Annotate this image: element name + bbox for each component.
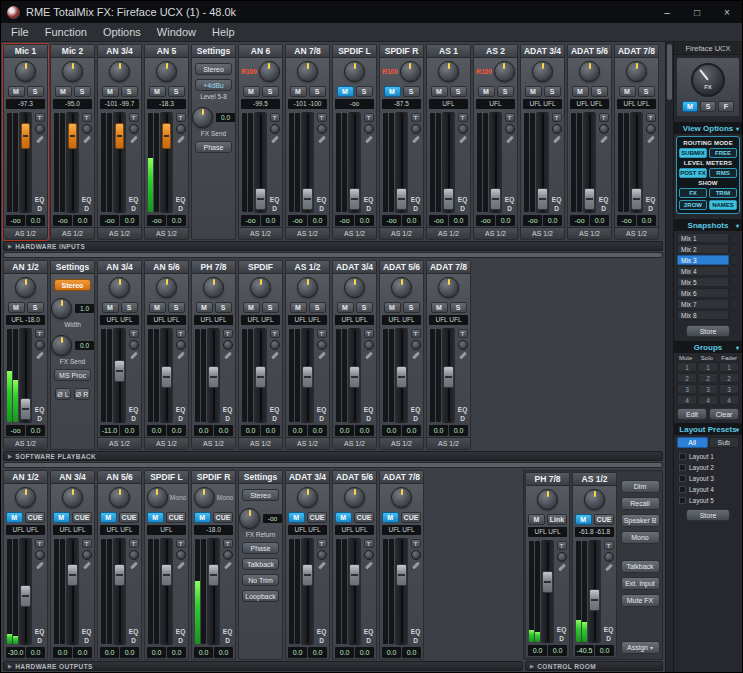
mute-fx-button[interactable]: Mute FX (621, 594, 660, 607)
fader-track[interactable] (301, 112, 314, 213)
gain-knob[interactable] (584, 489, 605, 510)
snapshots-store-button[interactable]: Store (686, 325, 730, 337)
fx-send-knob[interactable] (129, 550, 139, 560)
fader-handle[interactable] (302, 188, 313, 210)
trim-button[interactable]: T (35, 539, 45, 548)
layout-layout-3[interactable]: Layout 3 (677, 473, 739, 483)
fx-send-knob[interactable] (35, 124, 45, 134)
menu-function[interactable]: Function (37, 23, 95, 41)
fader-handle[interactable] (255, 188, 266, 210)
fader-track[interactable] (113, 112, 126, 213)
fader-handle[interactable] (490, 188, 501, 210)
group-solo-4[interactable]: 4 (698, 395, 718, 405)
group-mute-2[interactable]: 2 (677, 373, 697, 383)
s-button[interactable]: S (403, 86, 420, 97)
monitor-f-button[interactable]: F (718, 101, 734, 112)
s-button[interactable]: S (356, 86, 373, 97)
scrollbar-thumb[interactable] (4, 463, 662, 467)
s-button[interactable]: S (27, 302, 44, 313)
snapshots-header[interactable]: Snapshots▾ (674, 219, 742, 231)
fader-track[interactable] (19, 538, 32, 645)
fader-handle[interactable] (302, 366, 313, 388)
monitor-m-button[interactable]: M (682, 101, 698, 112)
trim-button[interactable]: T (317, 113, 327, 122)
m-button[interactable]: M (147, 512, 164, 523)
fader-handle[interactable] (162, 123, 171, 149)
trim-button[interactable]: T (364, 539, 374, 548)
gain-knob[interactable] (250, 277, 271, 298)
s-button[interactable]: S (497, 86, 514, 97)
m-button[interactable]: M (6, 512, 23, 523)
cue-button[interactable]: CUE (354, 512, 375, 523)
m-button[interactable]: M (290, 86, 307, 97)
s-button[interactable]: S (121, 86, 138, 97)
cue-button[interactable]: CUE (594, 514, 615, 525)
snapshot-slot-button[interactable] (730, 255, 739, 265)
group-mute-3[interactable]: 3 (677, 384, 697, 394)
m-button[interactable]: M (431, 302, 448, 313)
gain-knob[interactable] (391, 487, 412, 508)
monitor-s-button[interactable]: S (700, 101, 716, 112)
s-button[interactable]: S (121, 302, 138, 313)
fx-send-knob[interactable] (646, 124, 656, 134)
gain-knob[interactable] (579, 61, 600, 82)
ext-input-button[interactable]: Ext. Input (621, 577, 660, 590)
fx-send-knob[interactable] (411, 124, 421, 134)
fader-handle[interactable] (20, 585, 31, 607)
s-button[interactable]: S (168, 302, 185, 313)
fx-send-knob[interactable] (176, 550, 186, 560)
fx-send-knob[interactable] (317, 340, 327, 350)
m-button[interactable]: M (8, 302, 25, 313)
s-button[interactable]: S (544, 86, 561, 97)
fader-track[interactable] (207, 328, 220, 423)
group-fader-1[interactable]: 1 (719, 362, 739, 372)
fader-handle[interactable] (21, 123, 30, 149)
m-button[interactable]: M (243, 86, 260, 97)
layouts-store-button[interactable]: Store (686, 509, 730, 521)
trim-button[interactable]: T (129, 113, 139, 122)
m-button[interactable]: M (384, 86, 401, 97)
fader-track[interactable] (19, 112, 32, 213)
fader-handle[interactable] (161, 366, 172, 388)
trim-button[interactable]: T (270, 113, 280, 122)
cue-button[interactable]: CUE (25, 512, 46, 523)
group-fader-4[interactable]: 4 (719, 395, 739, 405)
snapshot-slot-button[interactable] (730, 310, 739, 320)
layout-checkbox[interactable] (679, 497, 686, 504)
gain-knob[interactable] (156, 61, 177, 82)
fader-handle[interactable] (114, 360, 125, 382)
layout-checkbox[interactable] (679, 464, 686, 471)
gain-knob[interactable] (259, 61, 280, 82)
s-button[interactable]: S (27, 86, 44, 97)
dim-button[interactable]: Dim (621, 480, 660, 493)
gain-knob[interactable] (109, 61, 130, 82)
fader-handle[interactable] (255, 366, 266, 388)
snapshot-slot-button[interactable] (730, 299, 739, 309)
group-mute-1[interactable]: 1 (677, 362, 697, 372)
layouts-tab-all[interactable]: All (677, 437, 708, 448)
cue-button[interactable]: CUE (307, 512, 328, 523)
fader-track[interactable] (254, 328, 267, 423)
group-fader-3[interactable]: 3 (719, 384, 739, 394)
vertical-scrollbar[interactable] (665, 42, 673, 672)
fx-send-knob[interactable] (223, 340, 233, 350)
r-button[interactable]: Ø R (74, 388, 90, 400)
m-button[interactable]: M (619, 86, 636, 97)
m-button[interactable]: M (575, 514, 592, 525)
gain-knob[interactable] (344, 487, 365, 508)
fader-track[interactable] (489, 112, 502, 213)
fx-send-knob[interactable] (176, 124, 186, 134)
fader-track[interactable] (207, 538, 220, 645)
gain-knob[interactable] (15, 61, 36, 82)
gain-knob[interactable] (194, 487, 215, 508)
snapshot-mix-7[interactable]: Mix 7 (677, 299, 739, 309)
fader-handle[interactable] (631, 188, 642, 210)
m-button[interactable]: M (290, 302, 307, 313)
trim-button[interactable]: T (458, 113, 468, 122)
fx-send-knob[interactable] (82, 550, 92, 560)
layout-layout-4[interactable]: Layout 4 (677, 484, 739, 494)
groups-header[interactable]: Groups▾ (674, 341, 742, 353)
trim-button[interactable]: T (82, 113, 92, 122)
cue-button[interactable]: CUE (166, 512, 187, 523)
fader-handle[interactable] (114, 564, 125, 586)
